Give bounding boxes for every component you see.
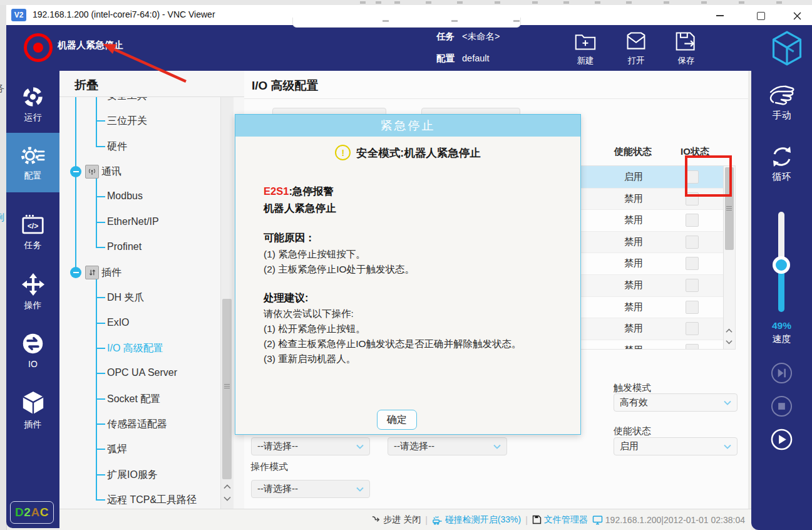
background-fragment	[376, 1, 381, 4]
save-button[interactable]: 保存	[667, 31, 706, 66]
manual-mode-button[interactable]	[768, 85, 796, 106]
d2ac-letter: C	[40, 506, 49, 519]
open-button[interactable]: 打开	[617, 31, 655, 66]
new-folder-icon	[575, 31, 596, 51]
ok-button[interactable]: 确定	[377, 410, 417, 430]
tree-item[interactable]: Profinet	[107, 241, 141, 252]
background-fragment: 例	[0, 212, 4, 224]
chevron-down-icon	[224, 496, 231, 501]
play-button[interactable]	[771, 429, 793, 450]
nav-operate-label: 操作	[24, 300, 42, 311]
stop-button[interactable]	[771, 395, 793, 417]
io-select-1[interactable]: --请选择--	[251, 437, 370, 455]
nav-plugin[interactable]: 插件	[6, 382, 59, 439]
io-state-checkbox[interactable]	[686, 257, 699, 270]
io-state-checkbox[interactable]	[686, 214, 699, 227]
tree-item[interactable]: 远程 TCP&工具路径	[107, 494, 197, 507]
advice-item: (3) 重新启动机器人。	[264, 353, 356, 366]
tree-item[interactable]: I/O 高级配置	[107, 342, 163, 355]
trigger-mode-label: 触发模式	[614, 382, 651, 394]
io-state-checkbox[interactable]	[686, 279, 699, 292]
background-fragment	[563, 1, 569, 4]
connection-status: 192.168.1.200|2012-01-01 02:38:04	[592, 515, 745, 525]
page-title: I/O 高级配置	[252, 78, 319, 94]
chevron-down-icon	[726, 340, 732, 345]
warning-icon: !	[335, 145, 351, 160]
background-fragment	[739, 1, 744, 4]
task-value: <未命名>	[462, 31, 500, 41]
tree-collapse-toggle[interactable]	[70, 267, 81, 278]
scroll-up-button[interactable]	[222, 481, 232, 492]
tree-item[interactable]: 传感器适配器	[107, 418, 167, 431]
status-bar: 步进 关闭 | 碰撞检测开启(33%) | 文件管理器 192.168.1.20…	[59, 509, 751, 530]
tree-connector	[96, 323, 105, 324]
close-button[interactable]	[784, 8, 809, 24]
d2ac-button[interactable]: D2AC	[10, 501, 54, 524]
tree-item[interactable]: 弧焊	[107, 443, 127, 456]
enable-state-cell: 禁用	[593, 274, 674, 296]
nav-task-label: 任务	[24, 240, 42, 251]
tree-item[interactable]: 硬件	[107, 140, 127, 153]
table-scroll-up-button[interactable]	[724, 325, 734, 336]
alarm-code-line: E2S1:急停报警	[264, 185, 334, 199]
monitor-icon	[592, 515, 603, 525]
tree-item[interactable]: 通讯	[101, 165, 121, 179]
trigger-mode-select[interactable]: 高有效	[614, 393, 737, 412]
op-mode-select[interactable]: --请选择--	[251, 480, 370, 498]
tree-item[interactable]: 扩展IO服务	[107, 469, 158, 482]
nav-run[interactable]: 运行	[6, 75, 59, 133]
nav-config[interactable]: 配置	[6, 133, 59, 192]
nav-task[interactable]: </> 任务	[6, 204, 59, 261]
file-manager-button[interactable]: 文件管理器	[532, 514, 588, 526]
io-select-2[interactable]: --请选择--	[388, 437, 507, 455]
dialog-title: 紧急停止	[235, 115, 580, 137]
close-icon	[793, 12, 801, 20]
enable-state-cell: 禁用	[593, 252, 674, 274]
tree-scrollbar-thumb[interactable]	[222, 299, 232, 479]
tree-item[interactable]: OPC UA Server	[107, 367, 177, 378]
tree-item[interactable]: EtherNet/IP	[107, 216, 159, 227]
io-state-checkbox[interactable]	[686, 301, 699, 314]
plugin-cube-icon	[21, 390, 45, 415]
cause-item: (1) 紧急停止按钮按下。	[264, 248, 366, 261]
io-state-checkbox[interactable]	[686, 236, 699, 249]
enable-state-select[interactable]: 启用	[614, 437, 737, 455]
collision-detect-status[interactable]: 碰撞检测开启(33%)	[432, 514, 521, 526]
tree-item[interactable]: 安全工具	[107, 97, 147, 103]
nav-io[interactable]: IO	[6, 321, 59, 379]
cycle-mode-button[interactable]	[769, 143, 795, 170]
tree-collapse-header[interactable]: 折叠	[75, 77, 98, 93]
tree-connector	[96, 247, 105, 248]
io-state-checkbox[interactable]	[686, 344, 699, 350]
step-next-button[interactable]	[771, 362, 793, 384]
table-scroll-down-button[interactable]	[724, 336, 734, 348]
tree-item[interactable]: Socket 配置	[107, 393, 160, 406]
right-control-sidebar: 手动 循环 49% 速度	[751, 71, 812, 530]
app-header: 机器人紧急停止 任务<未命名> 配置default 新建 打开 保存	[6, 25, 812, 71]
io-state-checkbox[interactable]	[686, 322, 699, 335]
tree-connector	[96, 373, 105, 374]
tree-connector	[96, 120, 105, 122]
scroll-down-button[interactable]	[222, 493, 232, 504]
step-mode-status[interactable]: 步进 关闭	[371, 514, 421, 526]
new-button[interactable]: 新建	[566, 31, 605, 66]
tree-item[interactable]: 插件	[101, 266, 121, 279]
tree-scrollbar[interactable]	[220, 97, 234, 509]
maximize-button[interactable]	[748, 8, 773, 24]
tree-item[interactable]: 三位开关	[107, 115, 147, 128]
background-fragment	[664, 1, 669, 4]
speed-slider-thumb[interactable]	[773, 256, 790, 274]
tree-item[interactable]: ExIO	[107, 317, 130, 328]
tree-item[interactable]: DH 夹爪	[107, 291, 145, 304]
chevron-down-icon	[356, 444, 364, 449]
tree-collapse-toggle[interactable]	[70, 166, 81, 177]
minimize-button[interactable]	[707, 8, 732, 24]
vnc-toolbar-pill[interactable]	[292, 18, 521, 28]
open-icon	[625, 31, 647, 51]
separator: |	[425, 515, 428, 525]
nav-operate[interactable]: 操作	[6, 263, 59, 321]
tree-item[interactable]: Modbus	[107, 190, 143, 202]
hand-icon	[768, 85, 796, 106]
separator: |	[525, 515, 528, 525]
background-fragment	[394, 1, 400, 4]
